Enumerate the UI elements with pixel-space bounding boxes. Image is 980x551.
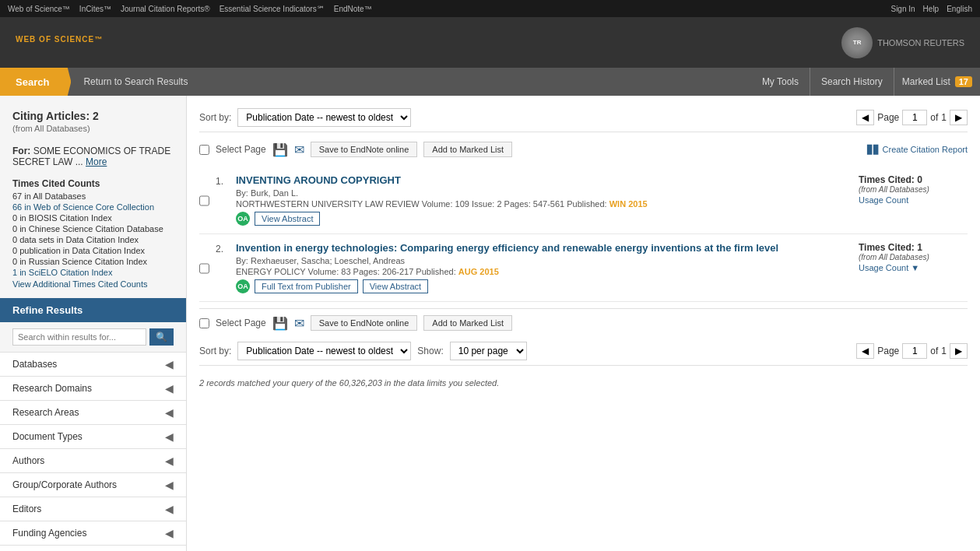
refine-editors[interactable]: Editors ◀ [0, 497, 186, 521]
select-page-checkbox-bottom[interactable] [199, 318, 209, 328]
result-2-times-cited-label: Times Cited: 1 [859, 242, 968, 253]
result-2-title[interactable]: Invention in energy technologies: Compar… [236, 242, 852, 254]
next-page-button-bottom[interactable]: ▶ [950, 343, 968, 359]
refine-funding-agencies[interactable]: Funding Agencies ◀ [0, 521, 186, 545]
next-page-button[interactable]: ▶ [950, 110, 968, 125]
page-nav-top: ◀ Page of 1 ▶ [856, 110, 968, 125]
marked-list-button[interactable]: Marked List 17 [894, 68, 980, 96]
add-marked-list-button[interactable]: Add to Marked List [423, 142, 512, 157]
sort-select[interactable]: Publication Date -- newest to oldest [237, 108, 411, 127]
times-cited-title: Times Cited Counts [0, 174, 186, 191]
save-endnote-button[interactable]: Save to EndNote online [311, 142, 418, 157]
nav-incites[interactable]: InCites™ [79, 5, 111, 13]
help-link[interactable]: Help [923, 5, 940, 13]
refine-research-domains[interactable]: Research Domains ◀ [0, 376, 186, 400]
add-marked-list-button-bottom[interactable]: Add to Marked List [423, 315, 512, 331]
email-icon-bottom[interactable]: ✉ [294, 316, 304, 331]
result-2-from-all: (from All Databases) [859, 253, 968, 261]
refine-authors-label: Authors [12, 455, 44, 466]
times-cited-item-6: 0 in Russian Science Citation Index [0, 256, 186, 267]
search-within-button[interactable]: 🔍 [149, 328, 174, 346]
result-2-checkbox[interactable] [199, 244, 209, 293]
refine-source-titles[interactable]: Source Titles ◀ [0, 545, 186, 551]
endnote-icon-bottom[interactable]: 💾 [272, 316, 288, 331]
page-number-input-bottom[interactable] [902, 343, 927, 359]
refine-research-areas-label: Research Areas [12, 407, 79, 418]
header: WEB OF SCIENCE™ TR THOMSON REUTERS [0, 17, 980, 68]
view-abstract-button-2[interactable]: View Abstract [363, 279, 428, 293]
result-2-journal: ENERGY POLICY Volume: 83 Pages: 206-217 … [236, 267, 852, 276]
result-item-1: 1. INVENTING AROUND COPYRIGHT By: Burk, … [199, 167, 968, 234]
select-page-label-bottom: Select Page [216, 318, 266, 328]
select-page-checkbox[interactable] [199, 145, 209, 155]
times-cited-item-2: 0 in BIOSIS Citation Index [0, 212, 186, 223]
language-select[interactable]: English [947, 5, 972, 13]
times-cited-item-7[interactable]: 1 in SciELO Citation Index [0, 267, 186, 278]
my-tools-button[interactable]: My Tools [751, 68, 810, 96]
bottom-sort-select[interactable]: Publication Date -- newest to oldest [237, 342, 411, 360]
nav-web-of-science[interactable]: Web of Science™ [8, 5, 70, 13]
refine-research-domains-label: Research Domains [12, 383, 92, 394]
view-additional-link[interactable]: View Additional Times Cited Counts [0, 278, 186, 290]
times-cited-item-5: 0 publication in Data Citation Index [0, 245, 186, 256]
result-1-body: INVENTING AROUND COPYRIGHT By: Burk, Dan… [236, 174, 852, 226]
result-1-checkbox[interactable] [199, 176, 209, 226]
refine-databases-arrow: ◀ [165, 358, 174, 370]
refine-group-corporate-authors[interactable]: Group/Corporate Authors ◀ [0, 472, 186, 497]
marked-list-badge: 17 [955, 76, 972, 87]
search-button[interactable]: Search [0, 68, 71, 96]
result-1-title[interactable]: INVENTING AROUND COPYRIGHT [236, 174, 852, 186]
page-number-input[interactable] [902, 110, 927, 125]
nav-journal-citation[interactable]: Journal Citation Reports® [121, 5, 210, 13]
page-total-bottom: 1 [941, 346, 947, 356]
show-per-page-select[interactable]: 10 per page [450, 342, 527, 360]
marked-list-label: Marked List [902, 76, 950, 87]
result-1-metrics: Times Cited: 0 (from All Databases) Usag… [859, 174, 968, 226]
nav-endnote[interactable]: EndNote™ [334, 5, 372, 13]
full-text-button-2[interactable]: Full Text from Publisher [255, 279, 358, 293]
search-history-button[interactable]: Search History [810, 68, 894, 96]
citing-articles-title: Citing Articles: 2 [0, 104, 186, 124]
page-label: Page [877, 112, 899, 123]
refine-editors-label: Editors [12, 504, 41, 514]
main-layout: Citing Articles: 2 (from All Databases) … [0, 96, 980, 551]
refine-results-header: Refine Results [0, 298, 186, 322]
second-nav: Search Return to Search Results My Tools… [0, 68, 980, 96]
times-cited-item-0: 67 in All Databases [0, 191, 186, 202]
prev-page-button[interactable]: ◀ [856, 110, 874, 125]
top-nav-right: Sign In Help English [890, 5, 972, 13]
site-logo: WEB OF SCIENCE™ [16, 33, 103, 53]
search-within-container: 🔍 [0, 322, 186, 352]
refine-research-domains-arrow: ◀ [165, 382, 174, 395]
refine-document-types[interactable]: Document Types ◀ [0, 424, 186, 448]
endnote-icon[interactable]: 💾 [272, 142, 288, 157]
refine-authors[interactable]: Authors ◀ [0, 448, 186, 472]
times-cited-item-1[interactable]: 66 in Web of Science Core Collection [0, 202, 186, 212]
thomson-reuters-logo: TR THOMSON REUTERS [841, 27, 964, 58]
page-nav-bottom: ◀ Page of 1 ▶ [856, 343, 968, 359]
result-2-body: Invention in energy technologies: Compar… [236, 242, 852, 293]
sign-in-link[interactable]: Sign In [890, 5, 915, 13]
more-link[interactable]: More [86, 156, 107, 167]
page-of-label: of [930, 112, 938, 123]
refine-group-corporate-authors-arrow: ◀ [165, 479, 174, 491]
refine-databases[interactable]: Databases ◀ [0, 352, 186, 376]
save-endnote-button-bottom[interactable]: Save to EndNote online [311, 315, 418, 331]
search-within-input[interactable] [12, 328, 146, 346]
nav-essential-science[interactable]: Essential Science Indicators℠ [220, 5, 325, 13]
result-2-by: By: Rexhaeuser, Sascha; Loeschel, Andrea… [236, 256, 852, 265]
usage-count-button-1[interactable]: Usage Count [859, 194, 908, 206]
return-to-search-button[interactable]: Return to Search Results [71, 68, 200, 96]
email-icon[interactable]: ✉ [294, 142, 304, 157]
top-nav-links: Web of Science™ InCites™ Journal Citatio… [8, 5, 890, 13]
select-page-label: Select Page [216, 144, 266, 155]
result-1-from-all: (from All Databases) [859, 185, 968, 194]
view-abstract-button-1[interactable]: View Abstract [255, 212, 320, 226]
prev-page-button-bottom[interactable]: ◀ [856, 343, 874, 359]
usage-count-button-2[interactable]: Usage Count ▼ [859, 261, 919, 274]
refine-research-areas[interactable]: Research Areas ◀ [0, 400, 186, 424]
refine-funding-agencies-label: Funding Agencies [12, 528, 86, 539]
result-2-year-highlight: AUG 2015 [458, 267, 499, 276]
create-citation-report[interactable]: ▊▊ Create Citation Report [867, 145, 968, 155]
page-of-label-bottom: of [930, 346, 938, 356]
